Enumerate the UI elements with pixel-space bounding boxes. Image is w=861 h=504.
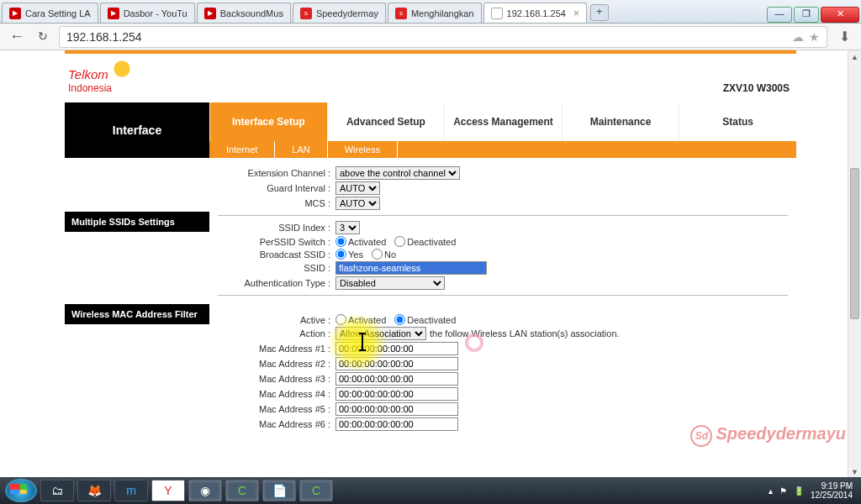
label-ssid: SSID : xyxy=(218,263,335,273)
tab-1[interactable]: ▶Dasbor - YouTu xyxy=(100,3,195,23)
clock-date: 12/25/2014 xyxy=(811,491,853,500)
radio-active-off[interactable] xyxy=(394,314,405,325)
tab-advanced-setup[interactable]: Advanced Setup xyxy=(327,102,445,141)
label-mac5: Mac Address #5 : xyxy=(218,404,335,414)
section-mac-filter: Wireless MAC Address Filter xyxy=(65,304,209,324)
tab-label: Menghilangkan xyxy=(411,8,474,18)
system-tray[interactable]: ▴ ⚑ 🔋 9:19 PM 12/25/2014 xyxy=(769,481,856,500)
text-cursor-icon xyxy=(362,333,363,350)
maximize-button[interactable]: ❐ xyxy=(794,7,819,23)
subtab-lan[interactable]: LAN xyxy=(275,141,327,158)
input-mac4[interactable] xyxy=(335,387,458,401)
radio-broadcast-no[interactable] xyxy=(372,249,383,260)
tab-label: BacksoundMus xyxy=(220,8,283,18)
label-ssid-index: SSID Index : xyxy=(218,223,335,233)
new-tab-button[interactable]: + xyxy=(590,4,609,21)
input-mac6[interactable] xyxy=(335,417,458,431)
cloud-icon: ☁ xyxy=(792,30,804,44)
back-button[interactable]: ← xyxy=(7,27,27,47)
select-auth[interactable]: Disabled xyxy=(335,276,445,290)
brand-line1: Telkom xyxy=(68,67,108,81)
brand-line2: Indonesia xyxy=(68,82,166,94)
label-mac3: Mac Address #3 : xyxy=(218,374,335,384)
tab-2[interactable]: ▶BacksoundMus xyxy=(197,3,291,23)
window-controls: — ❐ ✕ xyxy=(767,4,861,23)
url-text: 192.168.1.254 xyxy=(66,30,142,44)
tab-4[interactable]: sMenghilangkan xyxy=(388,3,482,23)
tab-5-active[interactable]: 192.168.1.254× xyxy=(483,3,587,23)
input-mac2[interactable] xyxy=(335,357,458,370)
radio-broadcast-yes[interactable] xyxy=(335,249,346,260)
task-chrome[interactable]: ◉ xyxy=(188,480,222,501)
taskbar: 🗂 🦊 m Y ◉ C 📄 C ▴ ⚑ 🔋 9:19 PM 12/25/2014 xyxy=(0,477,861,504)
section-multiple-ssids: Multiple SSIDs Settings xyxy=(65,212,209,232)
tab-label: Speedydermay xyxy=(316,8,378,18)
tab-label: Cara Setting LA xyxy=(25,8,91,18)
label-guard: Guard Interval : xyxy=(218,183,335,193)
tab-maintenance[interactable]: Maintenance xyxy=(562,102,679,141)
scrollbar[interactable]: ▲ ▼ xyxy=(848,50,861,479)
downloads-icon[interactable]: ⬇ xyxy=(834,29,854,45)
task-explorer[interactable]: 🗂 xyxy=(40,480,74,501)
label-mac6: Mac Address #6 : xyxy=(218,419,335,429)
tab-label: Dasbor - YouTu xyxy=(124,8,188,18)
star-icon[interactable]: ★ xyxy=(809,30,820,44)
tab-access-management[interactable]: Access Management xyxy=(444,102,562,141)
select-ssid-index[interactable]: 3 xyxy=(335,221,360,234)
tab-status[interactable]: Status xyxy=(679,102,796,141)
select-mcs[interactable]: AUTO xyxy=(335,197,380,210)
clock[interactable]: 9:19 PM 12/25/2014 xyxy=(811,481,856,500)
input-ssid[interactable] xyxy=(335,261,487,275)
close-button[interactable]: ✕ xyxy=(821,7,859,23)
radio-perssid-deactivated[interactable] xyxy=(394,236,405,247)
device-model: ZXV10 W300S xyxy=(723,82,796,94)
label-broadcast: Broadcast SSID : xyxy=(218,249,335,260)
reload-button[interactable]: ↻ xyxy=(34,28,52,46)
form-area: Extension Channel : above the control ch… xyxy=(209,158,796,449)
label-mcs: MCS : xyxy=(218,198,335,208)
url-input[interactable]: 192.168.1.254 ☁★ xyxy=(59,26,827,48)
telkom-logo: Telkom Indonesia xyxy=(65,59,166,94)
label-mac2: Mac Address #2 : xyxy=(218,359,335,369)
close-icon[interactable]: × xyxy=(573,8,579,19)
select-action[interactable]: Allow Association xyxy=(335,327,426,340)
label-auth: Authentication Type : xyxy=(218,278,335,288)
radio-perssid-activated[interactable] xyxy=(335,236,346,247)
sun-icon xyxy=(112,59,132,79)
tab-interface-setup[interactable]: Interface Setup xyxy=(209,102,327,141)
tab-0[interactable]: ▶Cara Setting LA xyxy=(2,3,98,23)
scroll-up-icon[interactable]: ▲ xyxy=(848,50,861,64)
task-maxthon[interactable]: m xyxy=(114,480,148,501)
tab-label: 192.168.1.254 xyxy=(507,8,566,18)
tray-flag-icon[interactable]: ⚑ xyxy=(779,486,787,496)
tray-battery-icon[interactable]: 🔋 xyxy=(794,486,804,496)
label-action: Action : xyxy=(218,328,335,339)
task-yandex[interactable]: Y xyxy=(151,480,185,501)
subtab-wireless[interactable]: Wireless xyxy=(328,141,398,158)
select-ext-channel[interactable]: above the control channel xyxy=(335,166,460,180)
input-mac5[interactable] xyxy=(335,402,458,416)
label-perssid: PerSSID Switch : xyxy=(218,237,335,247)
tab-3[interactable]: sSpeedydermay xyxy=(293,3,386,23)
label-ext-channel: Extension Channel : xyxy=(218,168,335,178)
minimize-button[interactable]: — xyxy=(767,7,792,23)
action-note: the follow Wireless LAN station(s) assoc… xyxy=(430,328,620,339)
subtab-internet[interactable]: Internet xyxy=(209,141,275,158)
task-camtasia[interactable]: C xyxy=(225,480,259,501)
task-notepad[interactable]: 📄 xyxy=(262,480,296,501)
select-guard[interactable]: AUTO xyxy=(335,181,380,195)
label-mac4: Mac Address #4 : xyxy=(218,389,335,399)
label-active: Active : xyxy=(218,315,335,325)
start-button[interactable] xyxy=(5,479,37,502)
address-bar: ← ↻ 192.168.1.254 ☁★ ⬇ xyxy=(0,24,861,50)
task-firefox[interactable]: 🦊 xyxy=(77,480,111,501)
task-camtasia-rec[interactable]: C xyxy=(299,480,333,501)
browser-tabstrip: ▶Cara Setting LA ▶Dasbor - YouTu ▶Backso… xyxy=(0,0,861,24)
input-mac1[interactable] xyxy=(335,342,458,355)
input-mac3[interactable] xyxy=(335,372,458,386)
radio-active-on[interactable] xyxy=(335,314,346,325)
scroll-thumb[interactable] xyxy=(850,168,859,319)
tray-arrow-icon[interactable]: ▴ xyxy=(769,486,773,496)
clock-time: 9:19 PM xyxy=(811,481,853,491)
main-nav: Interface Interface Setup Advanced Setup… xyxy=(65,102,796,158)
